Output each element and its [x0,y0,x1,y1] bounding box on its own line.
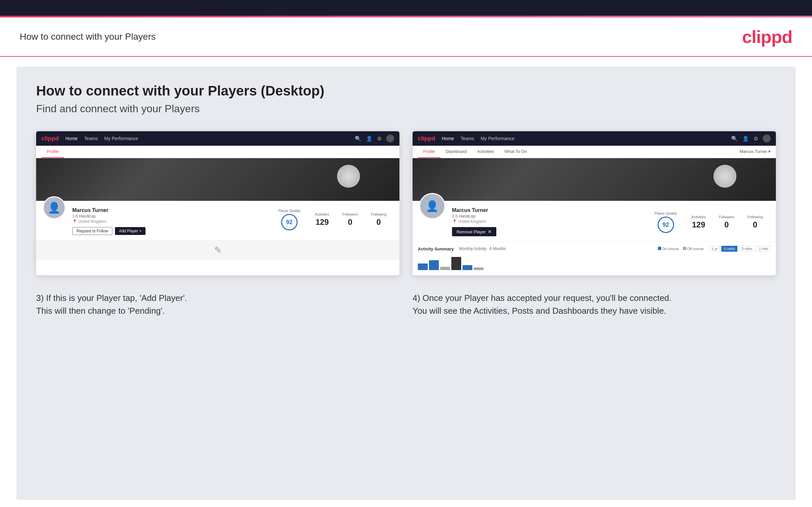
avatar-icon: 👤 [48,202,61,214]
right-tab-whattoon[interactable]: What To On [499,146,532,158]
settings-icon[interactable]: ⚙ [377,135,382,142]
left-pq-circle: 92 [281,214,298,230]
left-nav-myperformance[interactable]: My Performance [104,136,138,141]
left-location: 📍 United Kingdom [72,219,272,224]
activity-period: Monthly Activity · 6 Months [459,246,506,251]
right-search-icon[interactable]: 🔍 [731,135,738,142]
activity-header: Activity Summary Monthly Activity · 6 Mo… [418,246,771,252]
left-nav-icons: 🔍 👤 ⚙ [355,134,394,143]
header-title: How to connect with your Players [20,32,156,42]
right-profile-avatar: 👤 [419,193,445,219]
right-subtabs: Profile Dashboard Activities What To On … [413,146,776,158]
chart-bar-1 [418,264,428,270]
left-pq-label: Player Quality [278,209,301,213]
screenshot-left: clippd Home Teams My Performance 🔍 👤 ⚙ P… [36,131,399,275]
page-subheading: Find and connect with your Players [36,103,776,115]
offcourse-legend: Off course [683,247,704,251]
activity-chart [418,255,771,271]
right-subtab-user[interactable]: Marcus Turner ▾ [740,146,771,158]
right-pq-block: Player Quality 92 [655,211,677,233]
right-settings-icon[interactable]: ⚙ [754,135,758,142]
chart-bar-3 [440,267,450,270]
time-6mths[interactable]: 6 mths [721,246,738,252]
pen-icon: ✎ [214,245,222,256]
left-player-name: Marcus Turner [72,208,272,213]
chart-bar-2 [429,260,439,270]
left-pq-block: Player Quality 92 [278,209,301,230]
time-1mth[interactable]: 1 mth [756,246,771,252]
right-user-icon[interactable]: 👤 [742,135,749,142]
left-profile-section: 👤 Marcus Turner 1-5 Handicap 📍 United Ki… [36,201,399,240]
left-handicap: 1-5 Handicap [72,214,272,219]
left-stats-row: Player Quality 92 Activities 129 Followe… [278,209,393,230]
remove-x-icon: ✕ [488,229,492,234]
right-tab-activities[interactable]: Activities [472,146,499,158]
clippd-logo: clippd [742,26,792,47]
activity-summary: Activity Summary Monthly Activity · 6 Mo… [413,241,776,275]
descriptions-row: 3) If this is your Player tap, 'Add Play… [36,292,776,317]
add-player-button[interactable]: Add Player + [115,227,146,235]
right-pq-circle: 92 [658,217,674,233]
left-tab-profile[interactable]: Profile [41,146,64,158]
main-content: How to connect with your Players (Deskto… [16,67,796,500]
left-hero-image [36,158,399,201]
right-profile-info: Marcus Turner 1-5 Handicap 📍 United King… [452,206,648,236]
right-stat-activities: Activities 129 [692,215,706,229]
remove-player-button[interactable]: Remove Player ✕ [452,227,496,236]
nav-avatar[interactable] [386,134,394,143]
left-stat-followers: Followers 0 [342,212,358,227]
activity-title: Activity Summary [418,246,454,251]
right-player-name: Marcus Turner [452,208,648,213]
right-location-pin-icon: 📍 [452,219,457,224]
time-1yr[interactable]: 1 yr [709,246,720,252]
oncourse-dot [658,247,661,250]
time-3mths[interactable]: 3 mths [739,246,755,252]
left-profile-buttons: Request to Follow Add Player + [72,227,272,235]
right-pq-label: Player Quality [655,211,677,215]
search-icon[interactable]: 🔍 [355,135,361,142]
left-navbar: clippd Home Teams My Performance 🔍 👤 ⚙ [36,131,399,146]
right-nav-icons: 🔍 👤 ⚙ [731,134,771,143]
chart-bar-6 [474,268,484,270]
left-subtabs: Profile [36,146,399,158]
left-profile-avatar: 👤 [43,196,66,219]
time-buttons: 1 yr 6 mths 3 mths 1 mth [709,246,771,252]
user-icon[interactable]: 👤 [366,135,372,142]
description-right-text: 4) Once your Player has accepted your re… [413,292,776,317]
right-avatar-icon: 👤 [426,200,439,212]
offcourse-dot [683,247,686,250]
left-nav-home[interactable]: Home [65,136,78,141]
right-hero-circle [713,165,737,188]
screenshot-right: clippd Home Teams My Performance 🔍 👤 ⚙ P… [413,131,776,275]
right-handicap: 1-5 Handicap [452,214,648,219]
left-profile-info: Marcus Turner 1-5 Handicap 📍 United King… [72,206,272,235]
location-pin-icon: 📍 [72,219,77,224]
left-stat-following: Following 0 [371,212,386,227]
right-nav-home[interactable]: Home [442,136,454,141]
left-stat-activities: Activities 129 [315,212,329,227]
left-hero-circle [337,165,360,188]
header: How to connect with your Players clippd [0,17,812,57]
description-left: 3) If this is your Player tap, 'Add Play… [36,292,399,317]
right-nav-avatar[interactable] [763,134,771,143]
activity-legend: On course Off course [658,247,704,251]
request-follow-button[interactable]: Request to Follow [72,227,112,235]
page-heading: How to connect with your Players (Deskto… [36,83,776,99]
right-tab-dashboard[interactable]: Dashboard [441,146,472,158]
left-app-logo: clippd [41,135,59,142]
left-screenshot-footer: ✎ [36,240,399,260]
chart-bar-4 [451,257,461,270]
chart-bar-5 [462,265,472,270]
right-nav-myperformance[interactable]: My Performance [481,136,515,141]
right-profile-section: 👤 Marcus Turner 1-5 Handicap 📍 United Ki… [413,201,776,241]
right-stat-following: Following 0 [748,215,763,229]
top-bar [0,0,812,16]
right-app-logo: clippd [418,135,435,142]
oncourse-legend: On course [658,247,679,251]
screenshots-row: clippd Home Teams My Performance 🔍 👤 ⚙ P… [36,131,776,275]
right-stat-followers: Followers 0 [719,215,734,229]
left-nav-teams[interactable]: Teams [84,136,98,141]
right-tab-profile[interactable]: Profile [418,146,441,158]
right-nav-teams[interactable]: Teams [461,136,474,141]
right-hero-image [413,158,776,201]
